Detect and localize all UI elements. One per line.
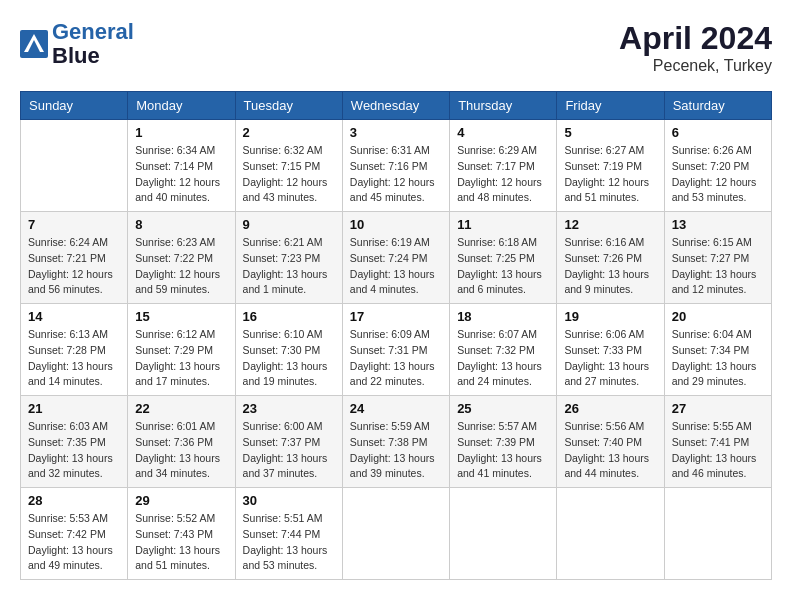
weekday-header-thursday: Thursday bbox=[450, 92, 557, 120]
calendar-cell: 22Sunrise: 6:01 AMSunset: 7:36 PMDayligh… bbox=[128, 396, 235, 488]
day-number: 17 bbox=[350, 309, 442, 324]
day-number: 27 bbox=[672, 401, 764, 416]
calendar-cell: 2Sunrise: 6:32 AMSunset: 7:15 PMDaylight… bbox=[235, 120, 342, 212]
calendar-cell: 6Sunrise: 6:26 AMSunset: 7:20 PMDaylight… bbox=[664, 120, 771, 212]
calendar-cell: 16Sunrise: 6:10 AMSunset: 7:30 PMDayligh… bbox=[235, 304, 342, 396]
day-info: Sunrise: 6:26 AMSunset: 7:20 PMDaylight:… bbox=[672, 143, 764, 206]
day-number: 15 bbox=[135, 309, 227, 324]
week-row-4: 21Sunrise: 6:03 AMSunset: 7:35 PMDayligh… bbox=[21, 396, 772, 488]
day-number: 4 bbox=[457, 125, 549, 140]
day-number: 30 bbox=[243, 493, 335, 508]
weekday-header-saturday: Saturday bbox=[664, 92, 771, 120]
calendar-cell: 8Sunrise: 6:23 AMSunset: 7:22 PMDaylight… bbox=[128, 212, 235, 304]
day-info: Sunrise: 6:15 AMSunset: 7:27 PMDaylight:… bbox=[672, 235, 764, 298]
day-number: 25 bbox=[457, 401, 549, 416]
calendar-cell: 5Sunrise: 6:27 AMSunset: 7:19 PMDaylight… bbox=[557, 120, 664, 212]
day-number: 11 bbox=[457, 217, 549, 232]
day-info: Sunrise: 5:51 AMSunset: 7:44 PMDaylight:… bbox=[243, 511, 335, 574]
day-info: Sunrise: 6:34 AMSunset: 7:14 PMDaylight:… bbox=[135, 143, 227, 206]
calendar-cell: 24Sunrise: 5:59 AMSunset: 7:38 PMDayligh… bbox=[342, 396, 449, 488]
logo: General Blue bbox=[20, 20, 134, 68]
calendar-cell: 19Sunrise: 6:06 AMSunset: 7:33 PMDayligh… bbox=[557, 304, 664, 396]
day-info: Sunrise: 5:55 AMSunset: 7:41 PMDaylight:… bbox=[672, 419, 764, 482]
calendar-cell: 9Sunrise: 6:21 AMSunset: 7:23 PMDaylight… bbox=[235, 212, 342, 304]
day-info: Sunrise: 6:07 AMSunset: 7:32 PMDaylight:… bbox=[457, 327, 549, 390]
day-number: 2 bbox=[243, 125, 335, 140]
day-info: Sunrise: 6:10 AMSunset: 7:30 PMDaylight:… bbox=[243, 327, 335, 390]
weekday-header-tuesday: Tuesday bbox=[235, 92, 342, 120]
calendar-cell: 28Sunrise: 5:53 AMSunset: 7:42 PMDayligh… bbox=[21, 488, 128, 580]
day-info: Sunrise: 6:18 AMSunset: 7:25 PMDaylight:… bbox=[457, 235, 549, 298]
day-number: 24 bbox=[350, 401, 442, 416]
calendar-cell: 13Sunrise: 6:15 AMSunset: 7:27 PMDayligh… bbox=[664, 212, 771, 304]
week-row-3: 14Sunrise: 6:13 AMSunset: 7:28 PMDayligh… bbox=[21, 304, 772, 396]
day-number: 9 bbox=[243, 217, 335, 232]
month-title: April 2024 bbox=[619, 20, 772, 57]
calendar-table: SundayMondayTuesdayWednesdayThursdayFrid… bbox=[20, 91, 772, 580]
weekday-header-wednesday: Wednesday bbox=[342, 92, 449, 120]
day-info: Sunrise: 6:24 AMSunset: 7:21 PMDaylight:… bbox=[28, 235, 120, 298]
day-info: Sunrise: 6:31 AMSunset: 7:16 PMDaylight:… bbox=[350, 143, 442, 206]
calendar-cell: 18Sunrise: 6:07 AMSunset: 7:32 PMDayligh… bbox=[450, 304, 557, 396]
day-number: 8 bbox=[135, 217, 227, 232]
week-row-5: 28Sunrise: 5:53 AMSunset: 7:42 PMDayligh… bbox=[21, 488, 772, 580]
day-number: 22 bbox=[135, 401, 227, 416]
calendar-cell: 26Sunrise: 5:56 AMSunset: 7:40 PMDayligh… bbox=[557, 396, 664, 488]
day-info: Sunrise: 6:03 AMSunset: 7:35 PMDaylight:… bbox=[28, 419, 120, 482]
day-info: Sunrise: 6:16 AMSunset: 7:26 PMDaylight:… bbox=[564, 235, 656, 298]
week-row-2: 7Sunrise: 6:24 AMSunset: 7:21 PMDaylight… bbox=[21, 212, 772, 304]
day-number: 19 bbox=[564, 309, 656, 324]
day-info: Sunrise: 6:27 AMSunset: 7:19 PMDaylight:… bbox=[564, 143, 656, 206]
calendar-cell: 27Sunrise: 5:55 AMSunset: 7:41 PMDayligh… bbox=[664, 396, 771, 488]
calendar-cell: 3Sunrise: 6:31 AMSunset: 7:16 PMDaylight… bbox=[342, 120, 449, 212]
logo-text: General Blue bbox=[52, 20, 134, 68]
day-number: 12 bbox=[564, 217, 656, 232]
calendar-cell: 12Sunrise: 6:16 AMSunset: 7:26 PMDayligh… bbox=[557, 212, 664, 304]
calendar-cell: 15Sunrise: 6:12 AMSunset: 7:29 PMDayligh… bbox=[128, 304, 235, 396]
day-info: Sunrise: 6:21 AMSunset: 7:23 PMDaylight:… bbox=[243, 235, 335, 298]
day-number: 6 bbox=[672, 125, 764, 140]
day-info: Sunrise: 5:57 AMSunset: 7:39 PMDaylight:… bbox=[457, 419, 549, 482]
day-info: Sunrise: 6:00 AMSunset: 7:37 PMDaylight:… bbox=[243, 419, 335, 482]
day-info: Sunrise: 5:59 AMSunset: 7:38 PMDaylight:… bbox=[350, 419, 442, 482]
day-number: 28 bbox=[28, 493, 120, 508]
calendar-cell: 25Sunrise: 5:57 AMSunset: 7:39 PMDayligh… bbox=[450, 396, 557, 488]
calendar-cell: 4Sunrise: 6:29 AMSunset: 7:17 PMDaylight… bbox=[450, 120, 557, 212]
page-header: General Blue April 2024 Pecenek, Turkey bbox=[20, 20, 772, 75]
day-info: Sunrise: 6:29 AMSunset: 7:17 PMDaylight:… bbox=[457, 143, 549, 206]
day-info: Sunrise: 6:13 AMSunset: 7:28 PMDaylight:… bbox=[28, 327, 120, 390]
day-number: 1 bbox=[135, 125, 227, 140]
day-info: Sunrise: 6:12 AMSunset: 7:29 PMDaylight:… bbox=[135, 327, 227, 390]
day-info: Sunrise: 5:56 AMSunset: 7:40 PMDaylight:… bbox=[564, 419, 656, 482]
calendar-cell: 1Sunrise: 6:34 AMSunset: 7:14 PMDaylight… bbox=[128, 120, 235, 212]
day-number: 5 bbox=[564, 125, 656, 140]
logo-icon bbox=[20, 30, 48, 58]
calendar-cell: 23Sunrise: 6:00 AMSunset: 7:37 PMDayligh… bbox=[235, 396, 342, 488]
day-number: 26 bbox=[564, 401, 656, 416]
day-info: Sunrise: 6:01 AMSunset: 7:36 PMDaylight:… bbox=[135, 419, 227, 482]
day-number: 18 bbox=[457, 309, 549, 324]
calendar-cell: 20Sunrise: 6:04 AMSunset: 7:34 PMDayligh… bbox=[664, 304, 771, 396]
day-number: 7 bbox=[28, 217, 120, 232]
day-info: Sunrise: 6:23 AMSunset: 7:22 PMDaylight:… bbox=[135, 235, 227, 298]
weekday-header-friday: Friday bbox=[557, 92, 664, 120]
day-number: 29 bbox=[135, 493, 227, 508]
calendar-cell: 7Sunrise: 6:24 AMSunset: 7:21 PMDaylight… bbox=[21, 212, 128, 304]
weekday-header-monday: Monday bbox=[128, 92, 235, 120]
day-number: 13 bbox=[672, 217, 764, 232]
day-info: Sunrise: 6:19 AMSunset: 7:24 PMDaylight:… bbox=[350, 235, 442, 298]
location: Pecenek, Turkey bbox=[619, 57, 772, 75]
day-info: Sunrise: 6:32 AMSunset: 7:15 PMDaylight:… bbox=[243, 143, 335, 206]
day-number: 20 bbox=[672, 309, 764, 324]
calendar-cell: 29Sunrise: 5:52 AMSunset: 7:43 PMDayligh… bbox=[128, 488, 235, 580]
day-number: 23 bbox=[243, 401, 335, 416]
calendar-cell bbox=[664, 488, 771, 580]
calendar-cell: 21Sunrise: 6:03 AMSunset: 7:35 PMDayligh… bbox=[21, 396, 128, 488]
weekday-header-row: SundayMondayTuesdayWednesdayThursdayFrid… bbox=[21, 92, 772, 120]
day-info: Sunrise: 6:04 AMSunset: 7:34 PMDaylight:… bbox=[672, 327, 764, 390]
day-info: Sunrise: 6:06 AMSunset: 7:33 PMDaylight:… bbox=[564, 327, 656, 390]
calendar-cell: 10Sunrise: 6:19 AMSunset: 7:24 PMDayligh… bbox=[342, 212, 449, 304]
week-row-1: 1Sunrise: 6:34 AMSunset: 7:14 PMDaylight… bbox=[21, 120, 772, 212]
calendar-cell bbox=[342, 488, 449, 580]
title-block: April 2024 Pecenek, Turkey bbox=[619, 20, 772, 75]
